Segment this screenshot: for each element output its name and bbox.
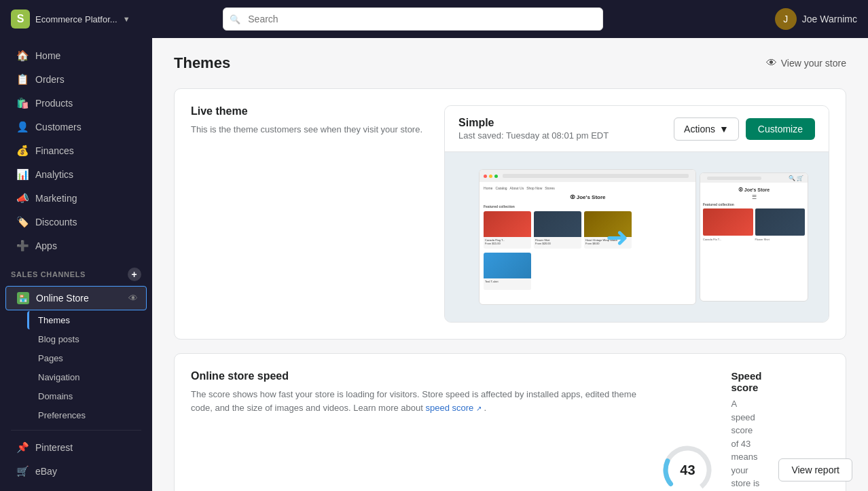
discounts-icon: 🏷️ <box>16 216 29 228</box>
eye-icon[interactable]: 👁 <box>128 293 138 304</box>
user-menu[interactable]: J Joe Warnimc <box>775 8 857 30</box>
sidebar-item-products[interactable]: 🛍️ Products <box>5 92 147 115</box>
analytics-icon: 📊 <box>16 168 29 181</box>
online-store-left: 🏪 Online Store <box>17 292 89 304</box>
subnav-item-blog-posts[interactable]: Blog posts <box>27 330 147 348</box>
external-link-icon: ↗ <box>476 405 482 412</box>
sidebar-item-pinterest[interactable]: 📌 Pinterest <box>5 436 147 459</box>
live-theme-content: Simple Last saved: Tuesday at 08:01 pm E… <box>444 105 829 323</box>
orders-icon: 📋 <box>16 73 29 86</box>
sidebar-item-ebay[interactable]: 🛒 eBay <box>5 460 147 483</box>
sidebar-item-label: Apps <box>35 240 57 251</box>
preview-mobile: 🔍 🛒 ⦿ Joe's Store ☰ Featured collection <box>700 172 808 302</box>
sidebar-item-label: Products <box>35 98 73 109</box>
topbar: S Ecommerce Platfor... ▼ J Joe Warnimc <box>0 0 868 38</box>
brand-name: Ecommerce Platfor... <box>35 14 117 24</box>
sidebar-item-customers[interactable]: 👤 Customers <box>5 115 147 139</box>
brand-selector[interactable]: S Ecommerce Platfor... ▼ <box>11 10 133 29</box>
avatar: J <box>775 8 797 30</box>
sidebar-item-marketing[interactable]: 📣 Marketing <box>5 187 147 210</box>
sidebar-ebay-label: eBay <box>35 466 57 477</box>
sidebar-divider <box>11 430 141 431</box>
sidebar-item-label: Marketing <box>35 193 77 204</box>
view-report-button[interactable]: View report <box>778 458 852 481</box>
eye-store-icon: 👁 <box>766 57 777 69</box>
theme-last-saved: Last saved: Tuesday at 08:01 pm EDT <box>458 130 609 141</box>
live-theme-section: Live theme This is the theme customers s… <box>174 88 846 340</box>
sidebar-item-home[interactable]: 🏠 Home <box>5 44 147 67</box>
speed-score-link[interactable]: speed score ↗ <box>425 403 484 413</box>
speed-score-value: 43 <box>680 462 695 477</box>
main-nav: 🏠 Home 📋 Orders 🛍️ Products 👤 Customers … <box>0 38 152 489</box>
subnav-themes-label: Themes <box>38 315 70 325</box>
sidebar-item-label: Home <box>35 50 60 61</box>
subnav-preferences-label: Preferences <box>38 410 86 420</box>
live-theme-label-area: Live theme This is the theme customers s… <box>191 105 422 323</box>
subnav-domains-label: Domains <box>38 391 73 401</box>
search-input[interactable] <box>223 7 603 31</box>
actions-label: Actions <box>684 124 715 134</box>
view-store-link[interactable]: 👁 View your store <box>766 57 846 69</box>
live-theme-title: Live theme <box>191 105 422 117</box>
customize-button[interactable]: Customize <box>746 118 815 140</box>
speed-gauge: 43 <box>660 443 715 491</box>
speed-section-title: Online store speed <box>191 370 638 382</box>
sales-channels-label: SALES CHANNELS <box>11 270 86 278</box>
speed-section-description: The score shows how fast your store is l… <box>191 388 638 414</box>
main-content: Themes 👁 View your store Live theme This… <box>152 38 868 491</box>
subnav-item-pages[interactable]: Pages <box>27 349 147 367</box>
sidebar-item-analytics[interactable]: 📊 Analytics <box>5 163 147 186</box>
speed-section: Online store speed The score shows how f… <box>174 353 846 491</box>
online-store-icon: 🏪 <box>17 292 29 304</box>
subnav-pages-label: Pages <box>38 353 63 363</box>
page-title: Themes <box>174 54 230 72</box>
speed-card: 43 Speed score A speed score of 43 means… <box>660 370 829 491</box>
actions-button[interactable]: Actions ▼ <box>674 117 739 141</box>
theme-preview: HomeCatalogAbout UsShop NowStores ⦿ Joe'… <box>445 152 829 322</box>
sidebar-item-label: Orders <box>35 74 65 85</box>
marketing-icon: 📣 <box>16 192 29 204</box>
apps-icon: ➕ <box>16 240 29 252</box>
online-store-label: Online Store <box>36 293 89 304</box>
search-container <box>223 7 603 31</box>
finances-icon: 💰 <box>16 145 29 157</box>
sidebar-item-finances[interactable]: 💰 Finances <box>5 139 147 162</box>
ebay-icon: 🛒 <box>16 465 29 477</box>
theme-info: Simple Last saved: Tuesday at 08:01 pm E… <box>458 117 609 141</box>
speed-description: A speed score of 43 means your store is … <box>731 397 762 491</box>
sidebar-item-orders[interactable]: 📋 Orders <box>5 68 147 91</box>
sidebar-item-apps[interactable]: ➕ Apps <box>5 234 147 257</box>
sidebar-item-discounts[interactable]: 🏷️ Discounts <box>5 211 147 234</box>
home-icon: 🏠 <box>16 50 29 62</box>
speed-content: 43 Speed score A speed score of 43 means… <box>660 370 829 491</box>
sales-channels-header: SALES CHANNELS + <box>0 258 152 285</box>
sidebar-item-label: Discounts <box>35 217 77 228</box>
sidebar-item-online-store[interactable]: 🏪 Online Store 👁 <box>5 286 147 310</box>
speed-info: Speed score A speed score of 43 means yo… <box>731 370 762 491</box>
subnav-item-navigation[interactable]: Navigation <box>27 368 147 386</box>
view-report-label: View report <box>791 465 839 475</box>
products-icon: 🛍️ <box>16 97 29 109</box>
arrow-overlay: ➜ <box>606 221 629 253</box>
theme-card-header: Simple Last saved: Tuesday at 08:01 pm E… <box>445 106 829 152</box>
sidebar-item-label: Analytics <box>35 169 73 180</box>
sidebar-item-label: Finances <box>35 145 74 156</box>
theme-card: Simple Last saved: Tuesday at 08:01 pm E… <box>444 105 829 323</box>
subnav-item-domains[interactable]: Domains <box>27 387 147 405</box>
subnav-navigation-label: Navigation <box>38 372 79 382</box>
user-name: Joe Warnimc <box>802 14 857 24</box>
subnav-item-themes[interactable]: Themes <box>27 311 147 329</box>
sidebar-item-label: Customers <box>35 122 82 132</box>
speed-label-area: Online store speed The score shows how f… <box>191 370 638 491</box>
theme-name: Simple <box>458 117 609 129</box>
page-header: Themes 👁 View your store <box>174 54 846 72</box>
app-layout: 🏠 Home 📋 Orders 🛍️ Products 👤 Customers … <box>0 38 868 491</box>
preview-desktop: HomeCatalogAbout UsShop NowStores ⦿ Joe'… <box>479 169 696 305</box>
pinterest-icon: 📌 <box>16 441 29 454</box>
add-sales-channel-button[interactable]: + <box>128 268 141 281</box>
shopify-logo-icon: S <box>11 10 30 29</box>
view-store-label: View your store <box>781 58 846 69</box>
live-theme-description: This is the theme customers see when the… <box>191 123 422 137</box>
sidebar: 🏠 Home 📋 Orders 🛍️ Products 👤 Customers … <box>0 38 152 491</box>
subnav-item-preferences[interactable]: Preferences <box>27 406 147 424</box>
